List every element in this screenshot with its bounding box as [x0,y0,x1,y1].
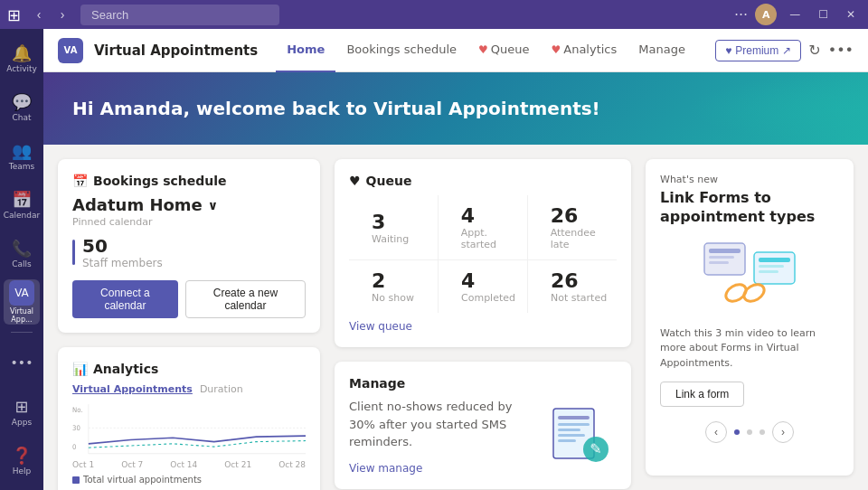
count-bar [72,240,75,265]
svg-rect-15 [709,249,741,253]
sidebar-item-virtual[interactable]: VA Virtual App... [4,279,40,325]
close-button[interactable]: ✕ [841,8,861,21]
svg-rect-18 [754,252,795,284]
premium-button[interactable]: ♥ Premium ↗ [715,40,801,61]
svg-rect-20 [759,265,784,268]
sidebar-label-teams: Teams [9,162,34,171]
search-input[interactable] [80,5,279,25]
main-content: 📅 Bookings schedule Adatum Home ∨ Pinned… [43,145,868,490]
bookings-title: 📅 Bookings schedule [72,174,306,188]
queue-not-started: 26 Not started [528,260,617,313]
manage-illustration: ✎ [544,398,617,475]
carousel-prev-button[interactable]: ‹ [705,421,727,443]
view-queue-link[interactable]: View queue [349,320,617,333]
carousel-controls: ‹ › [660,421,839,443]
calendar-icon: 📅 [12,190,32,209]
title-bar: ⊞ ‹ › ··· A — ☐ ✕ [0,0,868,29]
nav-queue[interactable]: ♥ Queue [467,29,540,72]
svg-rect-17 [709,261,729,264]
svg-rect-9 [558,429,580,431]
svg-point-23 [741,281,768,305]
waiting-count: 3 [372,211,409,233]
sidebar-label-help: Help [13,466,32,476]
app-icon: VA [58,38,83,63]
carousel-dot-3[interactable] [760,429,765,435]
carousel-next-button[interactable]: › [772,421,794,443]
queue-card: ♥ Queue 3 Waiting [335,159,631,347]
calendar-name-selector[interactable]: Adatum Home ∨ [72,195,306,214]
svg-text:30: 30 [72,423,80,431]
avatar[interactable]: A [755,4,777,25]
completed-count: 4 [461,269,515,292]
whats-new-title: Link Forms to appointment types [660,189,839,227]
sidebar-item-more[interactable]: ••• [4,340,40,385]
analytics-tabs: Virtual Appointments Duration [72,383,306,395]
chevron-down-icon: ∨ [208,198,218,212]
chart-x-labels: Oct 1 Oct 7 Oct 14 Oct 21 Oct 28 [72,460,306,469]
maximize-button[interactable]: ☐ [813,8,834,21]
carousel-dot-1[interactable] [734,429,740,435]
queue-row-1: 3 Waiting 4 Appt. started [349,195,617,260]
create-calendar-button[interactable]: Create a new calendar [185,280,306,318]
attendee-late-count: 26 [551,204,609,227]
middle-column: ♥ Queue 3 Waiting [335,159,631,476]
sidebar-item-activity[interactable]: 🔔 Activity [4,36,40,81]
nav-bookings[interactable]: Bookings schedule [335,29,467,72]
not-started-label: Not started [551,292,607,304]
not-started-count: 26 [551,269,607,292]
nav-analytics[interactable]: ♥ Analytics [540,29,627,72]
queue-heart-icon: ♥ [478,43,488,56]
overflow-icon[interactable]: ••• [828,42,854,59]
queue-icon: ♥ [349,174,361,188]
sidebar-item-teams[interactable]: 👥 Teams [4,134,40,179]
nav-back-button[interactable]: ‹ [28,4,50,25]
analytics-icon: 📊 [72,362,88,376]
sidebar-item-calls[interactable]: 📞 Calls [4,231,40,277]
svg-text:No.: No. [72,406,83,414]
connect-calendar-button[interactable]: Connect a calendar [72,280,178,318]
nav-home[interactable]: Home [276,29,335,72]
whats-new-label: What's new [660,174,839,185]
svg-text:✎: ✎ [590,440,601,457]
manage-content: Client no-shows reduced by 30% after you… [349,398,617,475]
queue-attendee-late: 26 Attendee late [528,195,617,259]
minimize-button[interactable]: — [784,8,806,21]
bookings-actions: Connect a calendar Create a new calendar [72,280,306,318]
refresh-icon[interactable]: ↻ [808,42,820,59]
sidebar-label-calendar: Calendar [4,211,40,220]
left-column: 📅 Bookings schedule Adatum Home ∨ Pinned… [58,159,320,476]
chart-legend: Total virtual appointments [72,475,306,485]
sidebar-label-chat: Chat [12,113,31,122]
view-manage-link[interactable]: View manage [349,462,533,475]
sidebar: 🔔 Activity 💬 Chat 👥 Teams 📅 Calendar 📞 C… [0,29,43,490]
nav-forward-button[interactable]: › [52,4,73,25]
queue-completed: 4 Completed [439,260,528,313]
nav-manage[interactable]: Manage [627,29,696,72]
illustration-area [660,234,839,316]
svg-rect-19 [759,258,790,262]
hero-banner: Hi Amanda, welcome back to Virtual Appoi… [43,72,868,145]
more-options-icon[interactable]: ··· [734,6,748,24]
app-nav: Home Bookings schedule ♥ Queue ♥ Analyti… [276,29,696,72]
svg-rect-16 [709,256,734,259]
tab-virtual-appointments[interactable]: Virtual Appointments [72,383,193,395]
sidebar-item-help[interactable]: ❓ Help [4,438,40,483]
sidebar-item-calendar[interactable]: 📅 Calendar [4,183,40,228]
carousel-dot-2[interactable] [747,429,752,435]
calendar-schedule-icon: 📅 [72,174,88,188]
tab-duration[interactable]: Duration [200,383,243,395]
link-form-button[interactable]: Link a form [660,382,744,407]
manage-title: Manage [349,376,617,391]
analytics-card: 📊 Analytics Virtual Appointments Duratio… [58,347,320,490]
whats-new-card: What's new Link Forms to appointment typ… [646,159,854,476]
no-show-count: 2 [372,269,414,292]
queue-appt-started: 4 Appt. started [439,195,528,259]
bookings-card: 📅 Bookings schedule Adatum Home ∨ Pinned… [58,159,320,333]
svg-rect-11 [558,439,576,442]
analytics-title: 📊 Analytics [72,362,306,376]
sidebar-item-apps[interactable]: ⊞ Apps [4,389,40,434]
calls-icon: 📞 [12,239,32,258]
sidebar-item-chat[interactable]: 💬 Chat [4,85,40,130]
manage-card: Manage Client no-shows reduced by 30% af… [335,362,631,489]
analytics-heart-icon: ♥ [551,43,561,56]
